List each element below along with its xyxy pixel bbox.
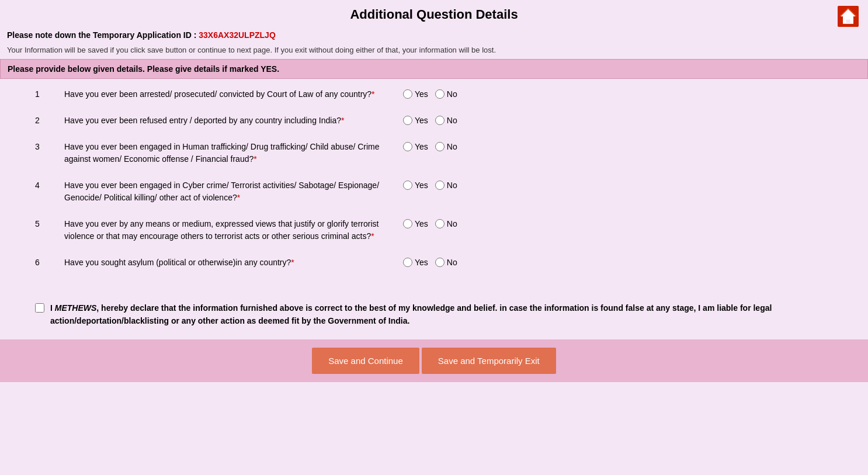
radio-yes-4[interactable]: Yes (403, 181, 428, 190)
radio-no-2[interactable]: No (435, 116, 457, 125)
radio-group-5: Yes No (403, 218, 485, 228)
question-number-4: 4 (35, 179, 53, 190)
app-id-value: 33X6AX32ULPZLJQ (199, 30, 276, 40)
question-row-2: 2 Have you ever been refused entry / dep… (35, 115, 833, 127)
info-text: Your Information will be saved if you cl… (0, 43, 868, 59)
required-marker-3: * (254, 154, 256, 164)
radio-no-label-6: No (447, 258, 457, 267)
radio-yes-label-4: Yes (415, 181, 428, 190)
radio-no-input-3[interactable] (435, 142, 445, 151)
radio-yes-label-5: Yes (415, 219, 428, 228)
radio-yes-1[interactable]: Yes (403, 89, 428, 99)
radio-yes-label-1: Yes (415, 89, 428, 99)
question-text-4: Have you ever been engaged in Cyber crim… (64, 179, 391, 204)
radio-yes-input-4[interactable] (403, 181, 412, 190)
question-row-4: 4 Have you ever been engaged in Cyber cr… (35, 179, 833, 204)
radio-group-4: Yes No (403, 179, 485, 190)
declaration-text-after: , hereby declare that the information fu… (50, 303, 772, 325)
radio-no-5[interactable]: No (435, 219, 457, 228)
footer-buttons: Save and Continue Save and Temporarily E… (0, 339, 868, 382)
radio-yes-label-6: Yes (415, 258, 428, 267)
app-id-label: Please note down the Temporary Applicati… (7, 30, 196, 40)
radio-yes-label-3: Yes (415, 142, 428, 151)
question-number-5: 5 (35, 218, 53, 228)
radio-yes-input-2[interactable] (403, 116, 412, 125)
save-exit-button[interactable]: Save and Temporarily Exit (422, 348, 556, 374)
question-number-2: 2 (35, 115, 53, 125)
question-text-5: Have you ever by any means or medium, ex… (64, 218, 391, 242)
radio-group-3: Yes No (403, 141, 485, 151)
page-wrapper: Additional Question Details Please note … (0, 0, 868, 475)
radio-yes-input-5[interactable] (403, 219, 412, 228)
save-continue-button[interactable]: Save and Continue (312, 348, 419, 374)
question-text-6: Have you sought asylum (political or oth… (64, 256, 391, 269)
radio-no-input-5[interactable] (435, 219, 445, 228)
radio-no-input-6[interactable] (435, 258, 445, 267)
home-icon[interactable] (838, 6, 859, 27)
page-title: Additional Question Details (23, 7, 845, 22)
questions-section: 1 Have you ever been arrested/ prosecute… (0, 79, 868, 292)
question-number-6: 6 (35, 256, 53, 267)
radio-no-label-1: No (447, 89, 457, 99)
app-id-row: Please note down the Temporary Applicati… (0, 27, 868, 43)
declaration-name: METHEWS (55, 303, 97, 313)
radio-yes-6[interactable]: Yes (403, 258, 428, 267)
radio-group-6: Yes No (403, 256, 485, 267)
required-marker-2: * (341, 116, 344, 125)
question-number-3: 3 (35, 141, 53, 151)
radio-no-input-2[interactable] (435, 116, 445, 125)
declaration-checkbox[interactable] (35, 303, 44, 313)
declaration-section: I METHEWS, hereby declare that the infor… (0, 292, 868, 339)
required-marker-6: * (291, 258, 294, 267)
required-marker-1: * (371, 89, 374, 99)
radio-no-label-3: No (447, 142, 457, 151)
required-marker-4: * (237, 193, 240, 202)
radio-no-label-2: No (447, 116, 457, 125)
question-number-1: 1 (35, 88, 53, 99)
question-text-3: Have you ever been engaged in Human traf… (64, 141, 391, 165)
instruction-banner: Please provide below given details. Plea… (0, 59, 868, 79)
radio-no-3[interactable]: No (435, 142, 457, 151)
required-marker-5: * (371, 231, 374, 241)
question-text-2: Have you ever been refused entry / depor… (64, 115, 391, 127)
header: Additional Question Details (0, 0, 868, 27)
radio-yes-input-3[interactable] (403, 142, 412, 151)
radio-no-4[interactable]: No (435, 181, 457, 190)
declaration-text: I METHEWS, hereby declare that the infor… (50, 301, 833, 328)
question-text-1: Have you ever been arrested/ prosecuted/… (64, 88, 391, 100)
radio-yes-input-6[interactable] (403, 258, 412, 267)
question-row-5: 5 Have you ever by any means or medium, … (35, 218, 833, 242)
radio-yes-input-1[interactable] (403, 89, 412, 99)
radio-yes-label-2: Yes (415, 116, 428, 125)
radio-no-6[interactable]: No (435, 258, 457, 267)
radio-no-label-4: No (447, 181, 457, 190)
declaration-row: I METHEWS, hereby declare that the infor… (35, 301, 833, 328)
question-row-3: 3 Have you ever been engaged in Human tr… (35, 141, 833, 165)
radio-group-1: Yes No (403, 88, 485, 99)
question-row-1: 1 Have you ever been arrested/ prosecute… (35, 88, 833, 100)
svg-rect-6 (846, 19, 850, 23)
radio-yes-2[interactable]: Yes (403, 116, 428, 125)
radio-no-label-5: No (447, 219, 457, 228)
radio-group-2: Yes No (403, 115, 485, 125)
question-row-6: 6 Have you sought asylum (political or o… (35, 256, 833, 269)
radio-yes-3[interactable]: Yes (403, 142, 428, 151)
radio-yes-5[interactable]: Yes (403, 219, 428, 228)
radio-no-input-4[interactable] (435, 181, 445, 190)
radio-no-1[interactable]: No (435, 89, 457, 99)
radio-no-input-1[interactable] (435, 89, 445, 99)
